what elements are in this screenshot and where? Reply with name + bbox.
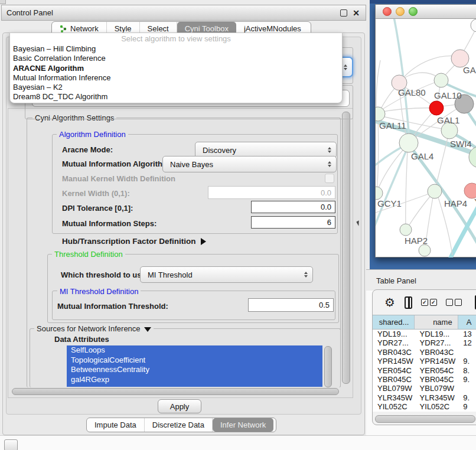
- network-node-label: GAL: [463, 65, 476, 75]
- table-cell: 12: [458, 338, 476, 347]
- mi-threshold-title: MI Threshold Definition: [57, 287, 141, 296]
- which-threshold-label: Which threshold to use:: [61, 270, 148, 279]
- network-node[interactable]: [399, 133, 418, 152]
- table-row[interactable]: YPR145WYPR145W9.: [373, 357, 476, 366]
- mi-threshold-label: Mutual Information Threshold:: [57, 302, 168, 311]
- table-cell: YBR045C: [415, 375, 459, 384]
- collapsed-panel-button[interactable]: [4, 439, 18, 450]
- table-cell: 9: [458, 402, 476, 411]
- table-cell: YDR27...: [373, 338, 415, 347]
- network-node[interactable]: [429, 101, 444, 115]
- manual-kernel-checkbox[interactable]: [325, 174, 334, 183]
- column-header[interactable]: shared...: [373, 315, 415, 329]
- float-window-button[interactable]: [340, 9, 347, 17]
- network-window-titlebar: [376, 5, 476, 19]
- network-node[interactable]: [434, 73, 448, 87]
- network-node[interactable]: [400, 224, 412, 236]
- table-row[interactable]: YIL052CYIL052C9: [373, 402, 476, 411]
- table-horizontal-scrollbar[interactable]: [375, 415, 475, 423]
- table-cell: YDR27...: [415, 338, 459, 347]
- network-node[interactable]: [428, 184, 442, 198]
- table-cell: YIL052C: [373, 402, 415, 411]
- network-node-label: GAL11: [379, 120, 406, 131]
- table-cell: YBL079W: [373, 384, 415, 393]
- algorithm-dropdown[interactable]: Select algorithm to view settings Bayesi…: [9, 32, 343, 103]
- table-cell: YPR145W: [373, 357, 415, 366]
- mi-type-combo[interactable]: Naive Bayes: [162, 156, 337, 172]
- close-panel-button[interactable]: ✕: [353, 9, 360, 17]
- dpi-tolerance-field[interactable]: 0.0: [251, 201, 335, 213]
- close-window-button[interactable]: [383, 7, 392, 16]
- apply-button[interactable]: Apply: [158, 399, 201, 413]
- network-node[interactable]: [376, 107, 385, 121]
- network-edge[interactable]: [400, 56, 459, 81]
- table-row[interactable]: YBR045CYBR045C9.: [373, 375, 476, 384]
- network-edge[interactable]: [406, 150, 407, 229]
- network-node[interactable]: [419, 244, 431, 256]
- network-window[interactable]: GALGAL80GAL10GAL1GAL11GAL4SWI4GCY1HAP4YH…: [375, 4, 476, 257]
- deselect-all-checkboxes-icon[interactable]: [446, 299, 462, 306]
- table-row[interactable]: YDR27...YDR27...12: [373, 338, 476, 347]
- control-panel-title: Control Panel: [2, 8, 340, 17]
- tab-discretize-data[interactable]: Discretize Data: [145, 418, 213, 432]
- minimize-window-button[interactable]: [396, 7, 405, 16]
- table-cell: YPR145W: [415, 357, 459, 366]
- which-threshold-value: MI Threshold: [141, 270, 304, 279]
- desktop-top-edge: [370, 0, 476, 4]
- network-node-label: GAL1: [437, 115, 459, 125]
- spinner-icon: [328, 161, 331, 167]
- kernel-width-label: Kernel Width (0,1):: [62, 189, 130, 198]
- list-item[interactable]: gal4RGexp: [67, 375, 322, 385]
- table-row[interactable]: YLR345WYLR345W9.: [373, 393, 476, 402]
- dropdown-item[interactable]: Basic Correlation Inference: [10, 54, 342, 63]
- network-edge[interactable]: [376, 60, 380, 111]
- table-toolbar: ⚙ ✓✓: [373, 290, 476, 315]
- table-panel-bar: Table Panel: [366, 269, 476, 292]
- gear-icon[interactable]: ⚙: [384, 295, 395, 309]
- dropdown-item[interactable]: Bayesian – Hill Climbing: [10, 44, 342, 54]
- kernel-width-field[interactable]: 0.0: [208, 186, 335, 199]
- maximize-window-button[interactable]: [409, 7, 418, 16]
- hub-definition-expander[interactable]: Hub/Transcription Factor Definition: [62, 237, 206, 246]
- table-cell: 8.: [458, 366, 476, 375]
- mi-threshold-field[interactable]: 0.5: [248, 298, 334, 312]
- table-cell: YLR345W: [373, 393, 415, 402]
- dropdown-item[interactable]: Dream8 DC_TDC Algorithm: [10, 92, 342, 102]
- network-node[interactable]: [471, 19, 476, 32]
- sources-title[interactable]: Sources for Network Inference: [34, 324, 154, 333]
- table-cell: YBL079W: [415, 384, 459, 393]
- table-cell: YLR345W: [415, 393, 459, 402]
- attributes-list-scrollbar[interactable]: [324, 346, 332, 387]
- table-row[interactable]: YBL079WYBL079W: [373, 384, 476, 393]
- mi-steps-field[interactable]: 6: [251, 216, 335, 229]
- columns-icon[interactable]: [405, 296, 412, 309]
- spinner-icon: [304, 272, 308, 278]
- settings-horizontal-scrollbar[interactable]: [12, 388, 339, 395]
- node-table-body: YDL19...YDL19...13YDR27...YDR27...12YBR0…: [373, 330, 476, 412]
- list-item[interactable]: BetweennessCentrality: [67, 365, 322, 375]
- list-item[interactable]: TopologicalCoefficient: [67, 356, 322, 366]
- table-cell: [458, 384, 476, 393]
- network-node-label: HAP2: [405, 236, 428, 246]
- dropdown-item[interactable]: Mutual Information Inference: [10, 73, 342, 83]
- table-cell: YDL19...: [415, 330, 459, 338]
- network-canvas[interactable]: GALGAL80GAL10GAL1GAL11GAL4SWI4GCY1HAP4YH…: [376, 19, 476, 257]
- select-all-checkboxes-icon[interactable]: ✓✓: [421, 299, 437, 306]
- list-item[interactable]: SelfLoops: [67, 345, 322, 356]
- dropdown-item-selected[interactable]: ARACNE Algorithm: [10, 64, 342, 73]
- settings-vertical-scrollbar[interactable]: [342, 112, 350, 384]
- tab-infer-network[interactable]: Infer Network: [213, 418, 273, 432]
- table-row[interactable]: YER054CYER054C8.: [373, 366, 476, 375]
- column-header[interactable]: name: [415, 315, 458, 329]
- dropdown-item[interactable]: Bayesian – K2: [10, 83, 342, 92]
- network-node[interactable]: [376, 187, 383, 200]
- control-panel-titlebar: Control Panel ✕: [1, 5, 366, 21]
- table-row[interactable]: YDL19...YDL19...13: [373, 330, 476, 338]
- data-attributes-list[interactable]: SelfLoops TopologicalCoefficient Between…: [67, 345, 322, 387]
- which-threshold-combo[interactable]: MI Threshold: [140, 266, 313, 283]
- tab-impute-data[interactable]: Impute Data: [87, 418, 145, 432]
- network-edge[interactable]: [377, 117, 379, 190]
- table-row[interactable]: YBR043CYBR043C: [373, 348, 476, 357]
- column-header[interactable]: A: [458, 315, 476, 329]
- network-icon: [60, 25, 67, 32]
